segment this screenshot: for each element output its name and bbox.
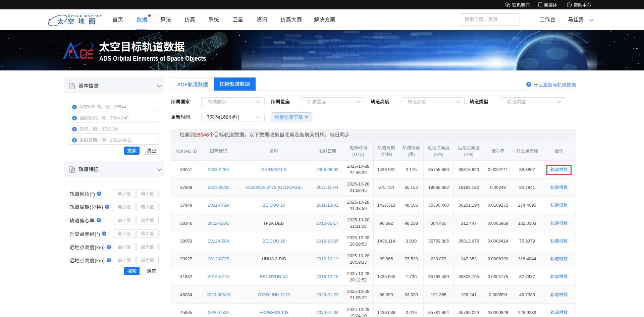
svg-text:?: ? [108,245,110,249]
svg-text:?: ? [528,82,530,86]
svg-text:太空地图: 太空地图 [57,16,99,26]
svg-text:?: ? [73,116,75,120]
svg-text:?: ? [73,105,75,109]
svg-text:?: ? [106,205,108,208]
svg-text:?: ? [108,258,110,262]
svg-text:?: ? [103,232,105,235]
svg-text:?: ? [98,218,100,222]
svg-text:?: ? [569,3,570,6]
svg-text:?: ? [73,127,75,131]
svg-text:?: ? [73,139,75,142]
svg-text:?: ? [98,192,100,195]
